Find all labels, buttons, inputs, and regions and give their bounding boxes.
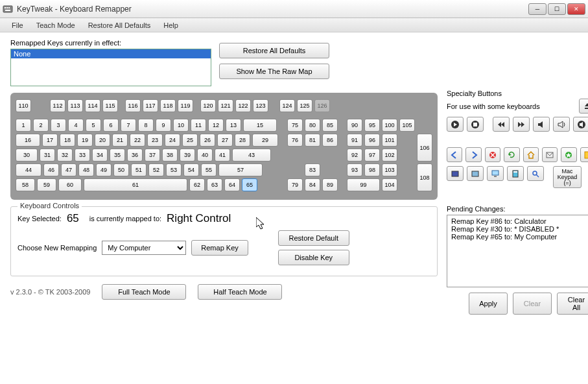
key-34[interactable]: 34	[92, 149, 108, 162]
key-46[interactable]: 46	[43, 163, 59, 176]
key-49[interactable]: 49	[96, 163, 112, 176]
key-47[interactable]: 47	[61, 163, 76, 176]
play-button[interactable]	[447, 117, 464, 132]
key-25[interactable]: 25	[182, 134, 198, 147]
remap-key-button[interactable]: Remap Key	[191, 240, 248, 256]
key-31[interactable]: 31	[40, 149, 55, 162]
key-126[interactable]: 126	[314, 99, 330, 112]
key-101[interactable]: 101	[382, 134, 397, 147]
menu-file[interactable]: File	[5, 19, 30, 31]
key-62[interactable]: 62	[189, 178, 205, 191]
key-113[interactable]: 113	[67, 99, 83, 112]
key-97[interactable]: 97	[364, 149, 380, 162]
key-19[interactable]: 19	[77, 134, 93, 147]
key-26[interactable]: 26	[200, 134, 215, 147]
key-51[interactable]: 51	[131, 163, 147, 176]
key-98[interactable]: 98	[364, 163, 380, 176]
restore-all-button[interactable]: Restore All Defaults	[219, 43, 329, 58]
pending-item[interactable]: Remap Key #30 to: * DISABLED *	[451, 225, 588, 233]
key-120[interactable]: 120	[200, 99, 216, 112]
clear-button[interactable]: Clear	[513, 293, 552, 315]
key-83[interactable]: 83	[305, 163, 320, 176]
remap-select[interactable]: My Computer	[102, 241, 186, 255]
key-36[interactable]: 36	[127, 149, 143, 162]
key-4[interactable]: 4	[68, 119, 84, 132]
prev-track-button[interactable]	[493, 117, 510, 132]
stop-web-button[interactable]	[485, 147, 500, 162]
key-3[interactable]: 3	[51, 119, 66, 132]
key-29[interactable]: 29	[252, 134, 278, 147]
maximize-button[interactable]: ☐	[548, 3, 566, 15]
key-121[interactable]: 121	[218, 99, 233, 112]
wake-button[interactable]	[467, 166, 484, 181]
key-112[interactable]: 112	[50, 99, 65, 112]
key-117[interactable]: 117	[143, 99, 158, 112]
key-11[interactable]: 11	[191, 119, 206, 132]
remapped-item[interactable]: None	[11, 49, 211, 58]
search-web-button[interactable]	[580, 147, 588, 162]
key-80[interactable]: 80	[305, 119, 320, 132]
key-1[interactable]: 1	[16, 119, 31, 132]
key-7[interactable]: 7	[121, 119, 136, 132]
key-103[interactable]: 103	[382, 163, 397, 176]
mac-keypad-button[interactable]: Mac Keypad (=)	[553, 166, 582, 188]
stop-button[interactable]	[467, 117, 484, 132]
key-23[interactable]: 23	[147, 134, 163, 147]
restore-default-button[interactable]: Restore Default	[278, 230, 349, 246]
search-button[interactable]	[527, 166, 544, 181]
key-90[interactable]: 90	[347, 119, 362, 132]
key-65[interactable]: 65	[242, 178, 257, 191]
vol-up-button[interactable]	[553, 117, 570, 132]
key-27[interactable]: 27	[217, 134, 233, 147]
key-115[interactable]: 115	[102, 99, 118, 112]
key-95[interactable]: 95	[364, 119, 380, 132]
key-118[interactable]: 118	[160, 99, 176, 112]
menu-help[interactable]: Help	[157, 19, 185, 31]
key-53[interactable]: 53	[166, 163, 182, 176]
pending-list[interactable]: Remap Key #86 to: CalculatorRemap Key #3…	[447, 215, 588, 287]
key-58[interactable]: 58	[16, 178, 35, 191]
key-12[interactable]: 12	[208, 119, 224, 132]
key-52[interactable]: 52	[148, 163, 164, 176]
key-63[interactable]: 63	[207, 178, 222, 191]
key-84[interactable]: 84	[305, 178, 320, 191]
key-38[interactable]: 38	[162, 149, 178, 162]
key-50[interactable]: 50	[113, 163, 129, 176]
key-8[interactable]: 8	[138, 119, 154, 132]
next-track-button[interactable]	[513, 117, 530, 132]
key-21[interactable]: 21	[112, 134, 128, 147]
menu-teach-mode[interactable]: Teach Mode	[30, 19, 82, 31]
key-124[interactable]: 124	[279, 99, 295, 112]
key-2[interactable]: 2	[33, 119, 49, 132]
key-96[interactable]: 96	[364, 134, 380, 147]
key-123[interactable]: 123	[253, 99, 268, 112]
key-43[interactable]: 43	[232, 149, 271, 162]
key-28[interactable]: 28	[235, 134, 250, 147]
key-60[interactable]: 60	[58, 178, 82, 191]
key-100[interactable]: 100	[382, 119, 397, 132]
key-86[interactable]: 86	[322, 134, 338, 147]
key-17[interactable]: 17	[42, 134, 58, 147]
key-125[interactable]: 125	[297, 99, 312, 112]
forward-button[interactable]	[465, 147, 481, 162]
menu-restore-all-defaults[interactable]: Restore All Defaults	[82, 19, 158, 31]
sleep-button[interactable]	[447, 166, 464, 181]
key-18[interactable]: 18	[60, 134, 75, 147]
mail-button[interactable]	[542, 147, 558, 162]
key-15[interactable]: 15	[243, 119, 277, 132]
key-122[interactable]: 122	[235, 99, 251, 112]
key-91[interactable]: 91	[347, 134, 362, 147]
key-106[interactable]: 106	[417, 134, 432, 162]
key-114[interactable]: 114	[85, 99, 100, 112]
key-116[interactable]: 116	[125, 99, 141, 112]
apply-button[interactable]: Apply	[469, 293, 508, 315]
key-108[interactable]: 108	[417, 163, 432, 191]
key-16[interactable]: 16	[16, 134, 40, 147]
disable-key-button[interactable]: Disable Key	[278, 250, 349, 265]
pending-item[interactable]: Remap Key #65 to: My Computer	[451, 233, 588, 241]
key-61[interactable]: 61	[84, 178, 187, 191]
key-119[interactable]: 119	[178, 99, 193, 112]
key-44[interactable]: 44	[16, 163, 41, 176]
key-33[interactable]: 33	[75, 149, 90, 162]
key-59[interactable]: 59	[37, 178, 56, 191]
